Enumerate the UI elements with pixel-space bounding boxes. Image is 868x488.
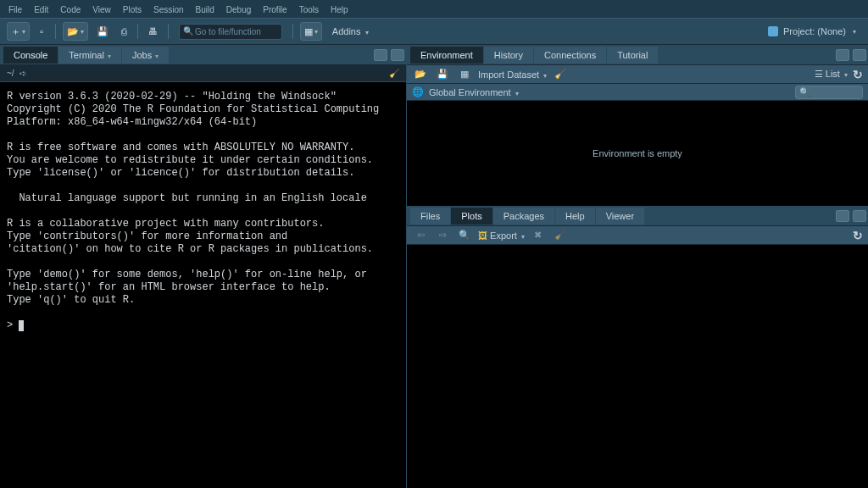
- tab-jobs[interactable]: Jobs▾: [122, 47, 170, 64]
- list-view-dropdown[interactable]: ☰ List ▾: [815, 69, 848, 80]
- menu-debug[interactable]: Debug: [226, 5, 251, 14]
- print-icon[interactable]: 🖶: [145, 24, 161, 39]
- plots-tabs: Files Plots Packages Help Viewer: [407, 206, 868, 226]
- project-cube-icon: [768, 26, 778, 36]
- remove-plot-icon[interactable]: ✖: [530, 229, 547, 242]
- clear-plots-icon[interactable]: 🧹: [552, 229, 569, 242]
- environment-toolbar: 📂 💾 ▦ Import Dataset ▾ 🧹 ☰ List ▾ ↻: [407, 65, 868, 84]
- environment-scope-dropdown[interactable]: Global Environment ▾: [429, 87, 519, 97]
- menu-view[interactable]: View: [92, 5, 111, 14]
- divider: [137, 24, 138, 39]
- menu-edit[interactable]: Edit: [34, 5, 48, 14]
- tab-viewer[interactable]: Viewer: [596, 208, 645, 225]
- clear-console-icon[interactable]: 🧹: [389, 69, 399, 78]
- new-project-icon[interactable]: ▫: [35, 24, 48, 39]
- menu-tools[interactable]: Tools: [299, 5, 319, 14]
- tab-history[interactable]: History: [484, 47, 534, 64]
- environment-pane: Environment History Connections Tutorial…: [407, 45, 868, 206]
- project-selector[interactable]: Project: (None) ▾: [763, 25, 861, 38]
- console-tabs: Console Terminal▾ Jobs▾: [0, 45, 406, 65]
- maximize-pane-icon[interactable]: [853, 49, 866, 61]
- grid-icon[interactable]: ▦▾: [300, 22, 322, 41]
- import-dataset-dropdown[interactable]: Import Dataset ▾: [478, 69, 547, 80]
- maximize-pane-icon[interactable]: [853, 210, 866, 222]
- plots-canvas: [407, 245, 868, 488]
- divider: [55, 24, 56, 39]
- console-output[interactable]: R version 3.6.3 (2020-02-29) -- "Holding…: [0, 82, 406, 488]
- import-grid-icon[interactable]: ▦: [456, 68, 473, 81]
- tab-packages[interactable]: Packages: [493, 208, 555, 225]
- environment-body: Environment is empty: [407, 101, 868, 206]
- tab-tutorial[interactable]: Tutorial: [607, 47, 659, 64]
- minimize-pane-icon[interactable]: [836, 210, 849, 222]
- save-all-icon[interactable]: ⎙: [117, 24, 131, 39]
- console-path-bar: ~/ ➪ 🧹: [0, 65, 406, 82]
- addins-dropdown[interactable]: Addins ▾: [327, 26, 374, 36]
- left-pane: Console Terminal▾ Jobs▾ ~/ ➪ 🧹 R version…: [0, 45, 407, 488]
- tab-connections[interactable]: Connections: [534, 47, 607, 64]
- scope-globe-icon: 🌐: [412, 86, 424, 97]
- right-pane: Environment History Connections Tutorial…: [407, 45, 868, 488]
- divider: [168, 24, 169, 39]
- refresh-icon[interactable]: ↻: [853, 68, 863, 81]
- next-plot-icon[interactable]: ⇨: [434, 229, 451, 242]
- environment-tabs: Environment History Connections Tutorial: [407, 45, 868, 65]
- environment-scope-bar: 🌐 Global Environment ▾ 🔍: [407, 84, 868, 101]
- menu-file[interactable]: File: [8, 5, 22, 14]
- environment-empty-text: Environment is empty: [593, 148, 682, 158]
- console-working-dir: ~/: [7, 69, 14, 78]
- export-dropdown[interactable]: 🖼 Export ▾: [478, 230, 525, 241]
- clear-objects-icon[interactable]: 🧹: [552, 68, 569, 81]
- prev-plot-icon[interactable]: ⇦: [412, 229, 429, 242]
- menu-plots[interactable]: Plots: [123, 5, 142, 14]
- tab-help[interactable]: Help: [555, 208, 596, 225]
- tab-plots[interactable]: Plots: [451, 208, 492, 225]
- tab-environment[interactable]: Environment: [410, 47, 484, 64]
- project-label: Project: (None): [783, 26, 846, 36]
- divider: [292, 24, 293, 39]
- zoom-plot-icon[interactable]: 🔍: [456, 229, 473, 242]
- minimize-pane-icon[interactable]: [374, 49, 387, 61]
- main-toolbar: ＋▾ ▫ 📂▾ 💾 ⎙ 🖶 🔍Go to file/function ▦▾ Ad…: [0, 18, 868, 45]
- menu-build[interactable]: Build: [196, 5, 214, 14]
- menu-code[interactable]: Code: [60, 5, 81, 14]
- plots-pane: Files Plots Packages Help Viewer ⇦ ⇨ 🔍 🖼…: [407, 206, 868, 488]
- plots-toolbar: ⇦ ⇨ 🔍 🖼 Export ▾ ✖ 🧹 ↻: [407, 226, 868, 245]
- tab-terminal[interactable]: Terminal▾: [58, 47, 122, 64]
- menu-profile[interactable]: Profile: [263, 5, 287, 14]
- maximize-pane-icon[interactable]: [391, 49, 404, 61]
- open-file-button[interactable]: 📂▾: [63, 22, 88, 41]
- menu-session[interactable]: Session: [153, 5, 184, 14]
- save-workspace-icon[interactable]: 💾: [434, 68, 451, 81]
- console-path-arrow-icon[interactable]: ➪: [19, 69, 26, 78]
- tab-files[interactable]: Files: [410, 208, 451, 225]
- main-menu-bar: File Edit Code View Plots Session Build …: [0, 0, 868, 18]
- new-file-button[interactable]: ＋▾: [7, 22, 30, 41]
- refresh-icon[interactable]: ↻: [853, 229, 863, 242]
- save-icon[interactable]: 💾: [93, 24, 112, 39]
- menu-help[interactable]: Help: [331, 5, 348, 14]
- environment-search-input[interactable]: 🔍: [795, 86, 863, 99]
- goto-file-function-input[interactable]: 🔍Go to file/function: [179, 24, 282, 40]
- load-workspace-icon[interactable]: 📂: [412, 68, 429, 81]
- minimize-pane-icon[interactable]: [836, 49, 849, 61]
- cursor-icon: [19, 320, 24, 331]
- tab-console[interactable]: Console: [3, 47, 58, 64]
